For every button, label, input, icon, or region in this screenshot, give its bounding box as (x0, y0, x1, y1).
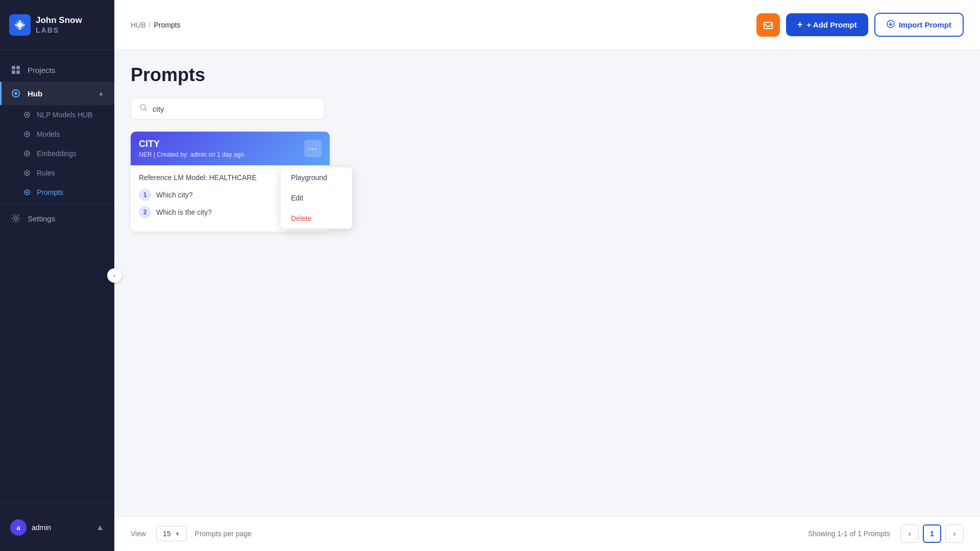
sidebar-logo: John Snow LABS (0, 0, 114, 50)
showing-text: Showing 1-1 of 1 Prompts (808, 530, 890, 538)
breadcrumb-current: Prompts (154, 21, 180, 29)
pagination-page-1-button[interactable]: 1 (923, 524, 941, 543)
top-header: HUB / Prompts + + Add Prompt (114, 0, 980, 50)
sidebar-item-nlp-label: NLP Models HUB (37, 111, 92, 119)
sidebar-item-hub[interactable]: Hub ▲ (0, 82, 114, 105)
sidebar-footer-user[interactable]: a admin ▲ (0, 512, 114, 543)
prompt-question-2-text: Which is the city? (156, 208, 212, 216)
svg-rect-3 (16, 66, 20, 69)
svg-rect-2 (12, 66, 15, 69)
svg-point-1 (17, 22, 22, 28)
sidebar-item-embeddings-label: Embeddings (37, 149, 77, 158)
sidebar-item-rules[interactable]: Rules (0, 163, 114, 183)
active-indicator (0, 82, 2, 105)
sidebar-item-prompts[interactable]: Prompts (0, 183, 114, 202)
prompt-num-1: 1 (139, 189, 151, 201)
dropdown-item-playground[interactable]: Playground (281, 167, 352, 188)
hub-children: NLP Models HUB Models Em (0, 105, 114, 202)
import-icon (887, 20, 895, 30)
prompt-dropdown-menu: Playground Edit Delete (281, 167, 352, 229)
sidebar-item-prompts-label: Prompts (37, 188, 63, 196)
search-input[interactable] (153, 105, 316, 113)
per-page-value: 15 (163, 530, 171, 538)
import-prompt-label: Import Prompt (899, 20, 951, 29)
breadcrumb: HUB / Prompts (131, 21, 181, 29)
view-label: View (131, 530, 146, 538)
sidebar-item-settings-label: Settings (28, 214, 55, 223)
pagination-prev-button[interactable]: ‹ (900, 524, 919, 543)
grid-icon (10, 64, 21, 76)
sidebar-item-nlp-models-hub[interactable]: NLP Models HUB (0, 105, 114, 124)
nlp-icon (22, 110, 32, 119)
prompt-card-header-info: CITY NER | Created by: admin on 1 day ag… (139, 139, 244, 158)
footer-arrow-icon: ▲ (96, 523, 104, 532)
svg-point-9 (26, 114, 28, 116)
add-prompt-label: + Add Prompt (806, 20, 856, 29)
avatar: a (10, 519, 27, 536)
logo-text: John Snow LABS (36, 15, 82, 34)
svg-point-11 (26, 133, 28, 135)
prompt-card-title: CITY (139, 139, 244, 149)
svg-point-18 (14, 217, 17, 220)
pagination-next-button[interactable]: › (945, 524, 964, 543)
logo-sub: LABS (36, 26, 82, 34)
settings-icon (10, 213, 21, 224)
svg-point-17 (26, 191, 28, 193)
nav-section-settings: Settings (0, 204, 114, 230)
dropdown-item-delete[interactable]: Delete (281, 208, 352, 229)
sidebar-bottom: a admin ▲ (0, 504, 114, 551)
svg-rect-19 (764, 22, 772, 29)
prompt-menu-button[interactable]: ··· (304, 140, 322, 157)
bottom-bar: View 15 ▼ Prompts per page Showing 1-1 o… (114, 516, 980, 551)
svg-rect-4 (12, 70, 15, 74)
prompt-question-1-text: Which city? (156, 191, 193, 199)
prompt-num-2: 2 (139, 206, 151, 218)
import-prompt-button[interactable]: Import Prompt (874, 13, 964, 37)
sidebar-item-models[interactable]: Models (0, 124, 114, 144)
search-bar (131, 98, 325, 119)
prompts-icon (22, 188, 32, 197)
main-content: HUB / Prompts + + Add Prompt (114, 0, 980, 551)
page-content: Prompts CITY NER | Created by: admin on … (114, 50, 980, 516)
sidebar-item-embeddings[interactable]: Embeddings (0, 144, 114, 163)
pagination: Showing 1-1 of 1 Prompts ‹ 1 › (808, 524, 964, 543)
three-dots-icon: ··· (308, 143, 317, 154)
per-page-label: Prompts per page (195, 530, 252, 538)
svg-rect-5 (16, 70, 20, 74)
breadcrumb-hub: HUB (131, 21, 146, 29)
embeddings-icon (22, 149, 32, 158)
logo-name: John Snow (36, 15, 82, 26)
search-icon (139, 104, 148, 114)
sidebar-item-models-label: Models (37, 130, 60, 138)
per-page-chevron-icon: ▼ (175, 531, 180, 537)
breadcrumb-separator: / (149, 21, 151, 29)
sidebar-item-projects[interactable]: Projects (0, 58, 114, 82)
svg-point-7 (14, 92, 17, 95)
svg-point-13 (26, 153, 28, 155)
notification-button[interactable] (756, 13, 780, 37)
sidebar-item-projects-label: Projects (28, 66, 55, 74)
prompt-card-meta: NER | Created by: admin on 1 day ago (139, 151, 244, 158)
hub-icon (10, 88, 21, 99)
page-title: Prompts (131, 64, 964, 86)
sidebar-item-rules-label: Rules (37, 169, 55, 177)
add-prompt-icon: + (797, 19, 803, 30)
prompt-card-menu-container: ··· Playground Edit Delete (304, 140, 322, 157)
logo-icon (9, 14, 31, 36)
prompt-card-header: CITY NER | Created by: admin on 1 day ag… (131, 132, 330, 165)
sidebar-item-hub-label: Hub (28, 89, 42, 98)
sidebar-item-settings[interactable]: Settings (0, 207, 114, 230)
header-actions: + + Add Prompt Import Prompt (756, 13, 964, 37)
user-name: admin (32, 523, 51, 532)
sidebar-nav: Projects Hub ▲ (0, 50, 114, 504)
dropdown-item-edit[interactable]: Edit (281, 188, 352, 208)
hub-arrow-icon: ▲ (98, 90, 104, 97)
prompt-card: CITY NER | Created by: admin on 1 day ag… (131, 132, 330, 232)
models-icon (22, 130, 32, 139)
rules-icon (22, 168, 32, 178)
sidebar-collapse-button[interactable]: ‹ (107, 268, 121, 283)
sidebar: John Snow LABS Projects (0, 0, 114, 551)
add-prompt-button[interactable]: + + Add Prompt (786, 13, 868, 36)
per-page-select[interactable]: 15 ▼ (156, 526, 186, 541)
svg-point-15 (26, 172, 28, 174)
